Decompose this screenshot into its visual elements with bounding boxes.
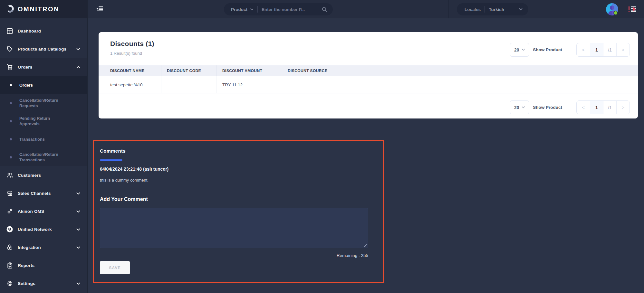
sidebar-subitem-cancellation-return-requests[interactable]: Cancellation/Return Requests	[0, 94, 87, 112]
bullet-icon	[10, 138, 12, 140]
column-header: DISCOUNT SOURCE	[282, 65, 638, 76]
pager: < 1 /1 >	[576, 100, 630, 114]
prev-page-button[interactable]: <	[577, 101, 590, 114]
sidebar-item-unified-network[interactable]: Unified Network	[0, 220, 87, 238]
bullet-icon	[10, 120, 12, 122]
sidebar-subitem-label: Transactions	[19, 137, 45, 142]
pagination-bottom: 20 Show Product < 1 /1 >	[510, 100, 630, 114]
save-button[interactable]: SAVE	[100, 261, 130, 274]
prev-page-button[interactable]: <	[577, 43, 590, 56]
sidebar-subitem-transactions[interactable]: Transactions	[0, 130, 87, 148]
sidebar-subitem-pending-return-approvals[interactable]: Pending Return Approvals	[0, 112, 87, 130]
topbar: Product Enter the number P... Locales Tu…	[88, 0, 644, 18]
add-comment-label: Add Your Comment	[100, 196, 148, 202]
sidebar-item-akinon-oms[interactable]: Akinon OMS	[0, 202, 87, 220]
bullet-icon	[10, 84, 12, 86]
collapse-sidebar-icon[interactable]	[95, 5, 104, 13]
app-root: OMNITRON Dashboard	[0, 0, 644, 293]
table-row[interactable]: test sepette %10 TRY 11.12	[99, 76, 638, 93]
sidebar-item-orders[interactable]: Orders	[0, 58, 87, 76]
reports-icon	[6, 262, 14, 269]
sidebar-subitem-label: Cancellation/Return Requests	[19, 98, 71, 109]
column-header: DISCOUNT AMOUNT	[216, 65, 282, 76]
sidebar-nav: Dashboard Products and Catalogs	[0, 18, 87, 292]
search-icon[interactable]	[322, 6, 328, 13]
sidebar-item-dashboard[interactable]: Dashboard	[0, 22, 87, 40]
sidebar-item-label: Orders	[18, 65, 76, 70]
divider	[257, 6, 258, 13]
page-size-value: 20	[514, 47, 519, 52]
pager: < 1 /1 >	[576, 43, 630, 57]
column-header: DISCOUNT NAME	[99, 65, 161, 76]
cart-icon	[6, 63, 14, 71]
page-title: Discounts (1)	[110, 40, 154, 48]
search-input[interactable]: Enter the number P...	[262, 7, 322, 12]
logo[interactable]: OMNITRON	[0, 0, 87, 18]
sidebar-subitem-cancellation-return-transactions[interactable]: Cancellation/Return Transactions	[0, 148, 87, 166]
chevron-down-icon	[76, 190, 80, 196]
sidebar-item-products-and-catalogs[interactable]: Products and Catalogs	[0, 40, 87, 58]
store-icon	[6, 190, 14, 197]
results-count: 1 Result(s) found	[110, 51, 142, 56]
comments-section: Comments 04/04/2024 23:21:48 (aslı tunce…	[93, 140, 384, 283]
column-header: DISCOUNT CODE	[161, 65, 216, 76]
active-tab-indicator	[100, 159, 122, 161]
chevron-down-icon	[76, 244, 80, 250]
comment-text: this is a dummy comment.	[100, 178, 149, 183]
sidebar-item-label: Products and Catalogs	[18, 47, 76, 52]
settings-icon	[6, 280, 14, 287]
chevron-down-icon	[522, 49, 525, 51]
sidebar: OMNITRON Dashboard	[0, 0, 88, 293]
main-content: Discounts (1) 1 Result(s) found 20 Show …	[88, 18, 644, 293]
people-icon	[6, 172, 14, 179]
current-page[interactable]: 1	[590, 101, 603, 114]
sidebar-item-label: Unified Network	[18, 227, 76, 232]
page-size-value: 20	[514, 105, 519, 110]
chevron-down-icon	[76, 46, 80, 52]
sidebar-subitem-label: Pending Return Approvals	[19, 116, 71, 127]
page-size-select[interactable]: 20	[510, 100, 529, 114]
divider	[535, 0, 535, 18]
tab-comments[interactable]: Comments	[100, 148, 126, 154]
sidebar-item-label: Customers	[18, 173, 80, 178]
page-size-select[interactable]: 20	[510, 43, 529, 57]
announcements-icon[interactable]	[628, 5, 637, 13]
sidebar-item-integration[interactable]: Integration	[0, 238, 87, 256]
cell-discount-amount: TRY 11.12	[216, 76, 282, 93]
locales-select[interactable]: Locales Turkish	[457, 3, 528, 15]
sidebar-item-label: Settings	[18, 281, 76, 286]
divider	[448, 0, 449, 18]
sidebar-subitem-label: Orders	[19, 82, 33, 88]
sidebar-item-reports[interactable]: Reports	[0, 256, 87, 274]
remaining-counter: Remaining : 255	[100, 253, 368, 258]
dashboard-icon	[6, 28, 14, 34]
unified-network-icon	[6, 226, 14, 233]
sidebar-item-label: Integration	[18, 245, 76, 250]
sidebar-item-label: Reports	[18, 263, 80, 268]
show-product-label: Show Product	[533, 105, 562, 110]
divider	[485, 6, 485, 13]
search-category-select[interactable]: Product	[231, 7, 247, 12]
user-avatar[interactable]	[606, 3, 619, 16]
sidebar-item-label: Sales Channels	[18, 191, 76, 196]
next-page-button[interactable]: >	[616, 43, 630, 56]
current-page[interactable]: 1	[590, 43, 603, 56]
sidebar-item-settings[interactable]: Settings	[0, 274, 87, 292]
bullet-icon	[10, 102, 12, 104]
discounts-table: DISCOUNT NAME DISCOUNT CODE DISCOUNT AMO…	[99, 65, 638, 93]
comment-textarea[interactable]	[100, 208, 368, 248]
sidebar-subitem-label: Cancellation/Return Transactions	[19, 152, 71, 163]
sidebar-subitem-orders[interactable]: Orders	[0, 76, 87, 94]
sidebar-item-sales-channels[interactable]: Sales Channels	[0, 184, 87, 202]
cell-discount-source	[282, 76, 638, 93]
next-page-button[interactable]: >	[616, 101, 630, 114]
total-pages: /1	[603, 101, 616, 114]
chevron-down-icon	[76, 208, 80, 214]
total-pages: /1	[603, 43, 616, 56]
sidebar-item-customers[interactable]: Customers	[0, 166, 87, 184]
bullet-icon	[10, 156, 12, 158]
tag-icon	[6, 46, 14, 52]
global-search: Product Enter the number P...	[224, 3, 333, 15]
omnitron-logo-icon	[6, 5, 14, 14]
show-product-label: Show Product	[533, 47, 562, 52]
